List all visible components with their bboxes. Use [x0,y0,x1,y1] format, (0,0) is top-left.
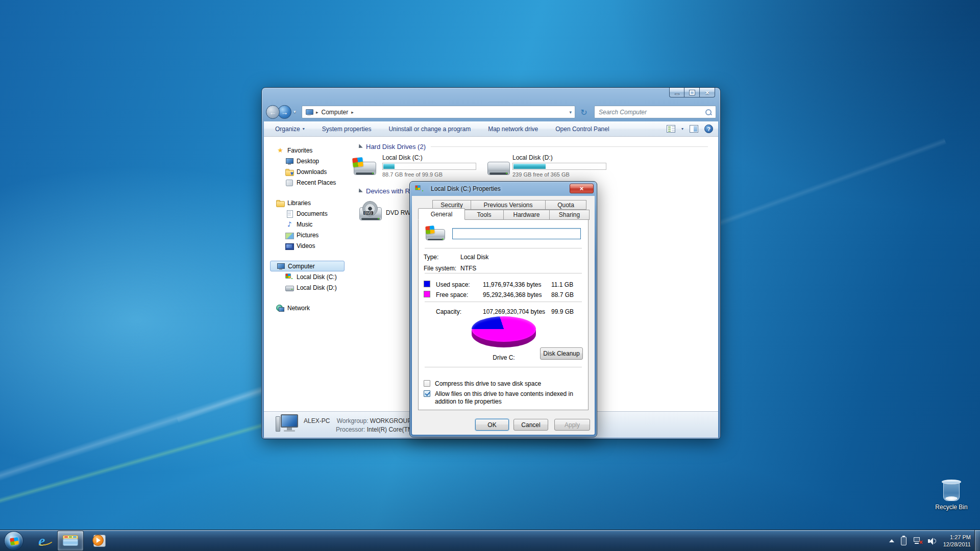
chevron-down-icon: ▾ [303,127,305,131]
sidebar-item-music[interactable]: ♪ Music [270,219,346,230]
windows-logo-icon [10,537,19,545]
dialog-body: Security Previous Versions Quota General… [412,196,595,435]
network-icon[interactable]: × [913,537,921,545]
drive-d-item[interactable]: Local Disk (D:) 239 GB free of 365 GB [512,154,640,178]
sidebar-item-network[interactable]: Network [270,303,346,313]
volume-icon[interactable] [928,537,937,545]
compress-checkbox[interactable] [424,380,430,387]
dialog-titlebar[interactable]: Local Disk (C:) Properties [410,182,597,196]
views-dropdown-icon[interactable]: ▾ [681,127,683,131]
volume-label-input[interactable] [452,228,581,239]
back-button[interactable]: ← [266,105,280,119]
sidebar-item-local-disk-d[interactable]: Local Disk (D:) [270,282,346,293]
taskbar-item-media-player[interactable] [86,531,112,551]
section-expander-icon[interactable] [357,144,362,149]
section-expander-icon[interactable] [357,188,362,194]
drive-d-icon[interactable] [486,158,511,177]
dialog-title: Local Disk (C:) Properties [431,185,501,192]
sidebar-item-documents[interactable]: Documents [270,208,346,219]
maximize-button[interactable] [684,88,700,97]
sidebar-item-favorites[interactable]: ★ Favorites [270,145,346,156]
taskbar-item-internet-explorer[interactable]: e [29,531,55,551]
recent-pages-dropdown[interactable]: ▾ [293,109,296,114]
used-space-bytes: 11,976,974,336 bytes [483,281,542,288]
taskbar-clock[interactable]: 1:27 PM 12/28/2011 [943,534,973,548]
sidebar-item-libraries[interactable]: Libraries [270,197,346,208]
tab-tools[interactable]: Tools [465,210,504,220]
clock-date: 12/28/2011 [943,541,971,548]
computer-name: ALEX-PC [304,417,330,424]
apply-button[interactable]: Apply [554,419,590,431]
organize-label: Organize [275,126,300,133]
minimize-button[interactable] [669,88,684,97]
address-dropdown-icon[interactable]: ▾ [569,110,572,115]
forward-button[interactable]: → [278,105,291,119]
tab-general[interactable]: General [418,208,465,220]
ok-button[interactable]: OK [475,419,509,431]
tab-quota[interactable]: Quota [546,200,586,210]
network-icon [276,305,284,312]
start-button[interactable] [4,531,23,550]
close-button[interactable]: × [700,88,715,97]
windows-explorer-icon [63,535,78,546]
sidebar-item-recent-places[interactable]: Recent Places [270,177,346,188]
back-arrow-icon: ← [270,108,277,116]
search-input[interactable] [595,106,705,118]
media-player-icon [92,534,106,547]
minimize-icon [675,93,679,95]
used-space-size: 11.1 GB [551,281,573,288]
forward-arrow-icon: → [281,108,288,116]
internet-explorer-icon: e [38,532,45,549]
close-icon: × [705,89,709,96]
free-space-bytes: 95,292,346,368 bytes [483,291,542,298]
show-desktop-button[interactable] [974,530,980,551]
toolbar-uninstall-program[interactable]: Uninstall or change a program [388,126,471,133]
refresh-icon: ↻ [580,108,587,117]
dialog-close-button[interactable]: × [570,184,594,193]
show-hidden-icons-button[interactable] [889,539,894,542]
command-toolbar: Organize ▾ System properties Uninstall o… [264,121,718,137]
sidebar-item-computer[interactable]: Computer [270,261,345,271]
preview-pane-icon[interactable] [690,125,698,133]
filesystem-value: NTFS [460,265,476,272]
refresh-button[interactable]: ↻ [578,106,590,118]
computer-icon [305,109,313,115]
separator [425,302,582,303]
toolbar-system-properties[interactable]: System properties [322,126,372,133]
sidebar-item-local-disk-c[interactable]: Local Disk (C:) [270,271,346,282]
toolbar-organize[interactable]: Organize ▾ [275,126,305,133]
breadcrumb[interactable]: ▸ Computer ▸ ▾ [302,106,575,118]
documents-icon [285,210,293,217]
drive-caption: Drive C: [472,354,536,361]
change-view-icon[interactable] [667,125,675,133]
separator [425,273,582,274]
tab-hardware[interactable]: Hardware [504,210,550,220]
drive-c-icon[interactable] [353,158,377,177]
sidebar-item-pictures[interactable]: Pictures [270,230,346,240]
tab-previous-versions[interactable]: Previous Versions [471,200,546,210]
taskbar: e × 1:27 PM 12 [0,530,980,551]
disk-cleanup-button[interactable]: Disk Cleanup [540,347,583,360]
toolbar-open-control-panel[interactable]: Open Control Panel [555,126,609,133]
battery-icon[interactable] [901,537,906,545]
used-space-label: Used space: [436,281,470,288]
free-space-size: 88.7 GB [551,291,574,298]
help-icon[interactable]: ? [704,124,713,133]
capacity-bar [382,163,476,170]
tab-sharing[interactable]: Sharing [550,210,590,220]
tab-row-front: General Tools Hardware Sharing [418,210,590,220]
taskbar-item-windows-explorer[interactable] [57,531,84,551]
sidebar-item-videos[interactable]: Videos [270,240,346,251]
clock-time: 1:27 PM [943,534,971,541]
toolbar-map-network-drive[interactable]: Map network drive [488,126,538,133]
dvd-drive-icon[interactable]: DVD [358,203,383,222]
sidebar-item-desktop[interactable]: Desktop [270,156,346,166]
index-checkbox[interactable] [424,390,430,397]
section-hard-disk-drives[interactable]: Hard Disk Drives (2) [357,143,708,151]
sidebar-item-downloads[interactable]: ▼ Downloads [270,166,346,177]
cancel-button[interactable]: Cancel [513,419,548,431]
recycle-bin[interactable]: Recycle Bin [932,479,971,511]
breadcrumb-item-computer[interactable]: Computer [322,109,349,116]
videos-icon [285,242,293,249]
maximize-icon [690,90,695,95]
